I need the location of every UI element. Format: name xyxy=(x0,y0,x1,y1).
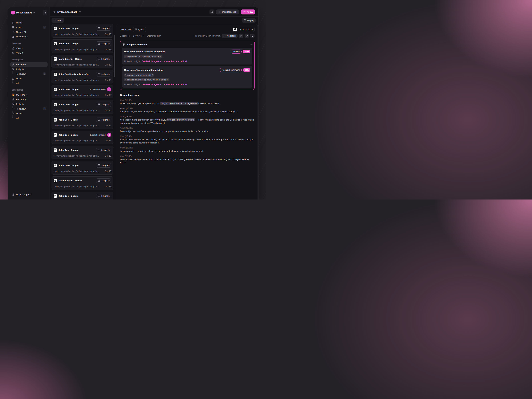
sidebar-item-view-1[interactable]: View 1 xyxy=(10,46,48,51)
linked-insight-link[interactable]: Zendesk integration request become criti… xyxy=(142,83,187,86)
feedback-card-title: John Doe - Google xyxy=(58,42,78,45)
retry-extraction-button[interactable] xyxy=(107,87,111,91)
sidebar-item-my-team[interactable]: 🔥My team xyxy=(10,92,48,97)
signals-list: User want to have Zendesk integrationNeu… xyxy=(122,48,252,88)
trash-icon xyxy=(251,35,253,37)
sentiment-badge: Negative sentiment xyxy=(220,68,241,72)
sidebar-item-to-review[interactable]: To review9 xyxy=(10,106,48,111)
signal-icon xyxy=(98,58,101,60)
add-label-button[interactable]: Add label xyxy=(222,34,238,38)
sidebar-item-feedback[interactable]: Feedback xyxy=(10,97,48,102)
feedback-card-preview: I love your product but I'm just might n… xyxy=(54,48,103,51)
sidebar-nav: HomeInbox9Nodale AIRoadmapsFavoritesView… xyxy=(10,20,48,120)
feedback-card-title: John Doe - Google xyxy=(58,195,78,197)
company-badge[interactable]: Qonto xyxy=(133,27,146,32)
link-icon xyxy=(246,35,248,37)
sidebar-item-inbox[interactable]: Inbox9 xyxy=(10,25,48,30)
signals-count-badge: 3 signals xyxy=(96,102,111,107)
inbox-icon xyxy=(12,26,15,29)
tree-icon xyxy=(12,117,15,119)
confidence-badge: 40% xyxy=(243,68,250,72)
ask-ai-button[interactable]: Ask AI xyxy=(241,9,255,14)
tree-icon xyxy=(12,108,15,110)
sidebar-item-done[interactable]: Done xyxy=(10,111,48,116)
feedback-card-preview: I love your product but I'm just might n… xyxy=(54,139,103,142)
retry-extraction-button[interactable] xyxy=(107,133,111,137)
feedback-card-date: Oct 13 xyxy=(105,109,111,112)
date-chip[interactable]: Oct 13, 2025 xyxy=(239,27,254,32)
feedback-card[interactable]: John Doe - Google3 signalsI love your pr… xyxy=(51,161,113,175)
linked-insight-link[interactable]: Zendesk integration request become criti… xyxy=(142,60,187,63)
copy-link-button[interactable] xyxy=(245,34,249,38)
list-scrollbar[interactable] xyxy=(114,35,115,77)
sliders-icon xyxy=(53,19,56,22)
feedback-card-date: Oct 13 xyxy=(105,139,111,142)
intercom-logo xyxy=(54,133,57,137)
intercom-logo xyxy=(54,57,57,61)
meta-value: $40K ARR xyxy=(133,35,143,37)
import-feedback-button[interactable]: Import feedback xyxy=(216,9,239,14)
sidebar-item-view-2[interactable]: View 2 xyxy=(10,51,48,55)
count-badge: 9 xyxy=(43,26,46,29)
pin-button[interactable] xyxy=(239,34,243,38)
sidebar-item-all[interactable]: All xyxy=(10,81,48,85)
sidebar-item-roadmaps[interactable]: Roadmaps xyxy=(10,34,48,39)
feedback-card[interactable]: John Doe - Google3 signalsI love your pr… xyxy=(51,100,113,114)
sidebar-item-to-review[interactable]: To review9 xyxy=(10,71,48,76)
signal-icon xyxy=(98,179,101,182)
filters-button[interactable]: Filters xyxy=(51,18,64,23)
sidebar-item-all[interactable]: All xyxy=(10,116,48,120)
chevron-down-icon xyxy=(79,11,81,13)
sidebar-search-button[interactable] xyxy=(43,10,47,15)
workspace-switcher[interactable]: Z My Workspace xyxy=(10,10,48,16)
feedback-card[interactable]: John Doe - Google3 signalsI love your pr… xyxy=(51,39,113,53)
sidebar-item-insights[interactable]: Insights xyxy=(10,67,48,71)
signal-icon xyxy=(98,27,101,30)
signal-icon xyxy=(98,195,101,197)
layout-icon xyxy=(244,19,246,22)
original-message-title: Original message xyxy=(120,94,254,96)
feedback-card[interactable]: Mario Liverini - Qonto3 signalsI love yo… xyxy=(51,55,113,68)
sentiment-badge: Neutral xyxy=(231,50,241,54)
display-button[interactable]: Display xyxy=(242,18,256,23)
sidebar-item-help-support[interactable]: Help & Support xyxy=(10,192,48,197)
feedback-card[interactable]: John Doe - GoogleExtraction failedI love… xyxy=(51,85,113,98)
feedback-card[interactable]: John Doe - Google3 signalsI love your pr… xyxy=(51,146,113,159)
feedback-card[interactable]: John Doe - Google3 signalsI love your pr… xyxy=(51,192,113,200)
sidebar-item-nodale-ai[interactable]: Nodale AI xyxy=(10,30,48,34)
signal-quote: “Do you have a Zendesk integration?” xyxy=(124,55,162,58)
refresh-icon xyxy=(108,88,110,91)
sidebar-item-insights[interactable]: Insights xyxy=(10,102,48,106)
feedback-card[interactable]: John Doe - GoogleExtraction failedI love… xyxy=(51,131,113,144)
signal-icon xyxy=(122,43,125,46)
intercom-logo xyxy=(54,27,57,30)
intercom-logo xyxy=(54,42,57,45)
sidebar-footer: Help & Support xyxy=(10,192,48,197)
feedback-card-title: John Doe - Google xyxy=(58,119,78,121)
page-title: My team feedback xyxy=(57,11,77,13)
linked-insight-label: Linked to insight : xyxy=(124,83,142,86)
feedback-list: John Doe - Google3 signalsI love your pr… xyxy=(51,24,115,200)
search-button[interactable] xyxy=(209,9,215,14)
message-body: D'accord je peux vérifier les permission… xyxy=(120,130,254,133)
sidebar-item-done[interactable]: Done xyxy=(10,76,48,81)
delete-button[interactable] xyxy=(250,34,254,38)
detail-actions: Reported by Sean Tiffonnet Add label xyxy=(194,34,254,38)
feedback-card[interactable]: John Doe - Google3 signalsI love your pr… xyxy=(51,24,113,38)
feedback-card-title: John Doe - Google xyxy=(58,134,78,136)
collapse-signals-button[interactable] xyxy=(250,44,252,45)
message-body: Hi — I'm trying to get set up but I'm lo… xyxy=(120,102,254,105)
sidebar-item-feedback[interactable]: Feedback xyxy=(10,62,48,67)
view-title-dropdown[interactable]: My team feedback xyxy=(53,11,81,13)
favorite-star-icon[interactable] xyxy=(53,11,56,13)
feedback-card[interactable]: John Doe Doe Doe Doe - Go...3 signalsI l… xyxy=(51,70,113,83)
sidebar-item-home[interactable]: Home xyxy=(10,20,48,25)
feedback-card[interactable]: John Doe - Google3 signalsI love your pr… xyxy=(51,115,113,129)
feedback-card-preview: I love your product but I'm just might n… xyxy=(54,33,103,35)
home-icon xyxy=(12,21,15,24)
message-body: Bonjour ! Oui, on a une intégration, je … xyxy=(120,110,254,113)
conversation-message: User (13:42)Look, this is costing us tim… xyxy=(120,155,254,164)
feedback-card[interactable]: Mario Liverini - Qonto3 signalsI love yo… xyxy=(51,176,113,190)
signal-icon xyxy=(98,73,101,76)
account-meta: 3 licenses·$40K ARR·Enterprise plan xyxy=(120,35,161,37)
